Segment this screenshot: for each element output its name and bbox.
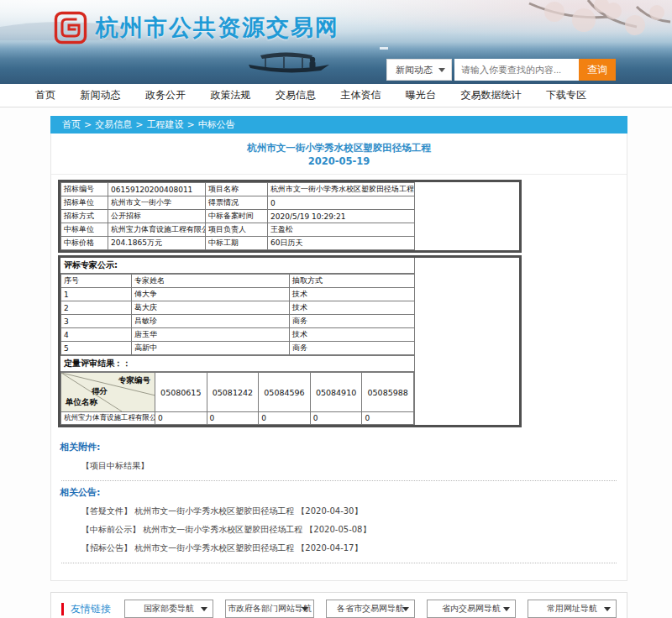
dropdown-value: 常用网址导航 — [547, 603, 597, 615]
links-dropdown-city-departments[interactable]: 市政府各部门网站导航 — [225, 600, 314, 618]
related-sections: 相关附件: 【项目中标结果】 相关公告: 【答疑文件】 杭州市文一街小学秀水校区… — [51, 427, 627, 580]
info-label: 中标备案时间 — [206, 210, 268, 223]
dropdown-value: 国家部委导航 — [144, 603, 194, 615]
breadcrumb-home[interactable]: 首页 — [62, 119, 81, 130]
related-notices-title: 相关公告: — [60, 486, 618, 499]
expert-no: 3 — [61, 315, 132, 328]
info-value: 0 — [268, 196, 415, 210]
expert-no: 4 — [61, 328, 132, 342]
bid-info-box: 招标编号 06159120200408011 项目名称 杭州市文一街小学秀水校区… — [58, 180, 522, 253]
info-row: 招标单位 杭州市文一街小学 得票情况 0 — [61, 196, 415, 210]
dotted-divider — [61, 480, 617, 481]
links-dropdown-in-province-trade-sites[interactable]: 省内交易网导航 — [427, 600, 516, 618]
info-value: 2020/5/19 10:29:21 — [268, 210, 415, 223]
chevron-down-icon — [503, 607, 510, 611]
unit-name: 杭州宝力体育设施工程有限公司 — [61, 412, 155, 425]
expert-name: 傅大争 — [132, 288, 290, 301]
expert-id: 05085988 — [362, 373, 414, 412]
expert-row: 2 葛大庆 技术 — [61, 301, 415, 315]
info-label: 中标单位 — [61, 223, 108, 237]
info-value: 06159120200408011 — [108, 183, 206, 196]
evaluation-box: 评标专家公示: 序号 专家姓名 抽取方式 1 傅大争 技术 2 葛大庆 技术 — [58, 255, 522, 427]
info-value: 杭州宝力体育设施工程有限公司 — [108, 223, 206, 237]
info-row: 中标单位 杭州宝力体育设施工程有限公司 项目负责人 王盈松 — [61, 223, 415, 237]
breadcrumb-construction[interactable]: 工程建设 — [146, 119, 183, 130]
score-value: 0 — [155, 412, 207, 425]
expert-method: 技术 — [290, 301, 415, 315]
bid-info-table: 招标编号 06159120200408011 项目名称 杭州市文一街小学秀水校区… — [60, 182, 415, 250]
experts-header: 专家姓名 — [132, 275, 290, 288]
expert-id: 05084596 — [259, 373, 311, 412]
nav-item-downloads[interactable]: 下载专区 — [546, 88, 586, 102]
related-notice-link[interactable]: 【答疑文件】 杭州市文一街小学秀水校区塑胶田径场工程 【2020-04-30】 — [81, 505, 618, 517]
links-dropdown-national-ministries[interactable]: 国家部委导航 — [124, 600, 213, 618]
content-panel: 首页>交易信息>工程建设>中标公告 杭州市文一街小学秀水校区塑胶田径场工程 20… — [50, 116, 627, 581]
breadcrumb-separator: > — [84, 119, 92, 130]
info-label: 招标编号 — [61, 183, 108, 196]
scores-table: 专家编号 得分 单位名称 05080615 05081242 05084596 … — [60, 372, 414, 425]
info-label: 得票情况 — [206, 196, 268, 210]
related-notice-link[interactable]: 【招标公告】 杭州市文一街小学秀水校区塑胶田径场工程 【2020-04-17】 — [81, 542, 618, 554]
expert-no: 5 — [61, 342, 132, 355]
expert-row: 5 高新中 商务 — [61, 342, 415, 355]
nav-item-policies[interactable]: 政策法规 — [211, 88, 251, 102]
corner-label-score: 得分 — [92, 386, 108, 397]
search-category-value: 新闻动态 — [396, 64, 433, 76]
expert-no: 1 — [61, 288, 132, 301]
dropdown-value: 省内交易网导航 — [442, 603, 501, 615]
attachment-link[interactable]: 【项目中标结果】 — [81, 460, 618, 472]
expert-id: 05084910 — [310, 373, 362, 412]
main-nav: 首页 新闻动态 政务公开 政策法规 交易信息 主体资信 曝光台 交易数据统计 下… — [0, 84, 672, 107]
info-value: 60日历天 — [268, 237, 415, 250]
expert-name: 葛大庆 — [132, 301, 290, 315]
nav-item-gov-affairs[interactable]: 政务公开 — [145, 88, 186, 102]
scores-header-row: 专家编号 得分 单位名称 05080615 05081242 05084596 … — [61, 373, 414, 412]
nav-item-exposure[interactable]: 曝光台 — [406, 88, 436, 102]
info-value: 杭州市文一街小学秀水校区塑胶田径场工程 — [268, 183, 415, 196]
info-value: 204.1865万元 — [108, 237, 206, 250]
nav-item-trade-info[interactable]: 交易信息 — [276, 88, 316, 102]
expert-method: 商务 — [290, 315, 415, 328]
info-value: 杭州市文一街小学 — [108, 196, 206, 210]
red-accent-bar — [61, 603, 64, 615]
nav-item-news[interactable]: 新闻动态 — [81, 88, 121, 102]
experts-header: 序号 — [61, 275, 132, 288]
corner-label-unit: 单位名称 — [66, 397, 97, 408]
expert-row: 3 吕敏珍 商务 — [61, 315, 415, 328]
nav-item-trade-stats[interactable]: 交易数据统计 — [461, 88, 522, 102]
experts-header-row: 序号 专家姓名 抽取方式 — [61, 275, 415, 288]
experts-section-title: 评标专家公示: — [60, 258, 414, 274]
search-input[interactable] — [454, 59, 579, 81]
nav-item-home[interactable]: 首页 — [35, 88, 55, 102]
related-notice-link[interactable]: 【中标前公示】 杭州市文一街小学秀水校区塑胶田径场工程 【2020-05-08】 — [81, 524, 618, 536]
expert-row: 4 唐玉华 技术 — [61, 328, 415, 342]
expert-name: 唐玉华 — [132, 328, 290, 342]
breadcrumb: 首页>交易信息>工程建设>中标公告 — [50, 116, 627, 134]
breadcrumb-separator: > — [186, 119, 194, 130]
info-value: 王盈松 — [268, 223, 415, 237]
dropdown-value: 市政府各部门网站导航 — [228, 603, 312, 615]
links-dropdown-common-sites[interactable]: 常用网址导航 — [528, 600, 617, 618]
breadcrumb-separator: > — [135, 119, 143, 130]
search-button[interactable]: 查询 — [579, 59, 616, 81]
experts-table: 序号 专家姓名 抽取方式 1 傅大争 技术 2 葛大庆 技术 3 吕敏珍 — [60, 274, 415, 355]
breadcrumb-award-notice[interactable]: 中标公告 — [198, 119, 235, 130]
score-value: 0 — [310, 412, 362, 425]
nav-item-subject-credit[interactable]: 主体资信 — [341, 88, 381, 102]
divider — [51, 174, 627, 175]
info-row: 招标方式 公开招标 中标备案时间 2020/5/19 10:29:21 — [61, 210, 415, 223]
search-category-select[interactable]: 新闻动态 — [386, 59, 452, 81]
friend-links-title: 友情链接 — [71, 602, 111, 616]
site-logo-icon — [54, 11, 87, 45]
links-dropdown-provincial-trade-sites[interactable]: 各省市交易网导航 — [326, 600, 415, 618]
chevron-down-icon — [604, 607, 611, 611]
info-value: 公开招标 — [108, 210, 206, 223]
empty-cell — [414, 182, 519, 250]
scores-corner-cell: 专家编号 得分 单位名称 — [61, 373, 155, 412]
score-value: 0 — [207, 412, 259, 425]
expert-method: 技术 — [290, 328, 415, 342]
breadcrumb-trade-info[interactable]: 交易信息 — [95, 119, 132, 130]
brand: 杭州市公共资源交易网 — [54, 11, 339, 45]
site-header: 杭州市公共资源交易网 新闻动态 查询 — [0, 0, 672, 84]
page-title: 杭州市文一街小学秀水校区塑胶田径场工程 — [51, 134, 627, 154]
